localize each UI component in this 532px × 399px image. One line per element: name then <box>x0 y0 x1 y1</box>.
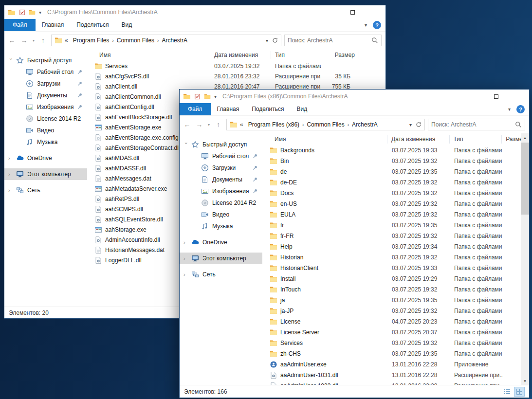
tab-share[interactable]: Поделиться <box>245 103 290 115</box>
sidebar-item[interactable]: ›Этот компьютер <box>4 168 87 180</box>
breadcrumb-item[interactable]: Common Files <box>115 37 156 44</box>
column-header-size[interactable]: Размер <box>321 51 359 59</box>
expand-chevron-icon[interactable]: › <box>183 256 188 261</box>
breadcrumb-item[interactable]: ArchestrA <box>160 37 189 44</box>
address-chevron-icon[interactable]: ▾ <box>409 122 412 127</box>
sidebar-item[interactable]: Загрузки <box>180 162 262 174</box>
sidebar-item[interactable]: Загрузки <box>4 78 87 90</box>
breadcrumb-overflow[interactable]: « <box>240 121 243 128</box>
file-row[interactable]: Backgrounds03.07.2025 19:33Папка с файла… <box>262 145 529 156</box>
sidebar-item[interactable]: Музыка <box>4 136 87 148</box>
sidebar-item[interactable]: ›Этот компьютер <box>180 253 262 264</box>
file-row[interactable]: Help03.07.2025 19:34Папка с файлами <box>262 241 529 252</box>
sidebar-item[interactable]: ›Быстрый доступ <box>180 139 262 150</box>
titlebar[interactable]: ▾ C:\Program Files (x86)\Common Files\Ar… <box>180 90 529 103</box>
thumbnails-view-icon[interactable] <box>514 387 525 397</box>
maximize-button[interactable] <box>342 5 364 19</box>
scroll-up-icon[interactable]: ▴ <box>521 133 529 142</box>
tab-home[interactable]: Главная <box>36 19 71 31</box>
sidebar-item[interactable]: Видео <box>180 209 262 220</box>
search-box[interactable] <box>428 119 525 130</box>
up-arrow-icon[interactable]: ↑ <box>37 36 49 44</box>
back-arrow-icon[interactable]: ← <box>181 121 193 128</box>
column-header-date[interactable]: Дата изменения <box>387 135 450 144</box>
file-row[interactable]: fr-FR03.07.2025 19:32Папка с файлами <box>262 231 529 241</box>
new-folder-icon[interactable] <box>29 9 36 16</box>
sidebar-item[interactable]: License 2014 R2 <box>4 113 87 125</box>
qat-chevron-icon[interactable]: ▾ <box>39 10 41 15</box>
refresh-icon[interactable] <box>272 37 278 43</box>
search-box[interactable] <box>284 35 382 46</box>
file-row[interactable]: de03.07.2025 19:35Папка с файлами <box>262 166 529 177</box>
sidebar-item[interactable]: Документы <box>4 90 87 101</box>
breadcrumb-item[interactable]: Common Files <box>305 121 346 128</box>
file-row[interactable]: HistorianClient03.07.2025 19:33Папка с ф… <box>262 263 529 273</box>
properties-icon[interactable] <box>194 93 201 100</box>
expand-chevron-icon[interactable]: › <box>183 240 188 245</box>
file-row[interactable]: Docs03.07.2025 19:32Папка с файлами <box>262 188 529 199</box>
help-icon[interactable]: ? <box>516 105 525 113</box>
file-row[interactable]: Services03.07.2025 19:32Папка с файлами <box>262 338 529 348</box>
file-row[interactable]: aaAdminUser-1033.dll13.01.2016 22:28Расш… <box>262 381 529 385</box>
tab-view[interactable]: Вид <box>115 19 138 31</box>
sidebar-item[interactable]: License 2014 R2 <box>180 197 262 209</box>
sidebar-item[interactable]: ›Быстрый доступ <box>4 54 87 66</box>
address-chevron-icon[interactable]: ▾ <box>266 38 268 43</box>
ribbon-expand-icon[interactable]: ▾ <box>365 22 367 28</box>
vertical-scrollbar[interactable]: ▴ ▾ <box>521 133 529 385</box>
scrollbar-thumb[interactable] <box>521 143 529 215</box>
new-folder-icon[interactable] <box>204 93 211 100</box>
file-row[interactable]: License Server03.07.2025 20:37Папка с фа… <box>262 327 529 338</box>
address-bar[interactable]: « Program Files (x86) › Common Files › A… <box>226 119 425 130</box>
tab-share[interactable]: Поделиться <box>70 19 115 31</box>
search-input[interactable] <box>288 37 371 44</box>
tab-view[interactable]: Вид <box>290 103 313 115</box>
file-row[interactable]: ja03.07.2025 19:35Папка с файлами <box>262 295 529 306</box>
file-row[interactable]: InTouch03.07.2025 19:32Папка с файлами <box>262 284 529 295</box>
sidebar-item[interactable]: ›OneDrive <box>180 236 262 248</box>
sidebar-item[interactable]: Изображения <box>180 185 262 197</box>
file-row[interactable]: en-US03.07.2025 19:32Папка с файлами <box>262 199 529 209</box>
file-row[interactable]: ja-JP03.07.2025 19:32Папка с файлами <box>262 306 529 316</box>
tab-file[interactable]: Файл <box>180 103 211 115</box>
expand-chevron-icon[interactable]: › <box>8 188 13 193</box>
sidebar-item[interactable]: Изображения <box>4 101 87 113</box>
column-header-name[interactable]: Имя <box>87 51 210 59</box>
expand-chevron-icon[interactable]: › <box>8 172 13 177</box>
minimize-button[interactable] <box>320 5 342 19</box>
sidebar-item[interactable]: Рабочий стол <box>4 66 87 78</box>
scroll-down-icon[interactable]: ▾ <box>521 377 529 385</box>
file-row[interactable]: Historian03.07.2025 19:32Папка с файлами <box>262 252 529 263</box>
file-row[interactable]: Services03.07.2025 19:32Папка с файлами <box>87 61 385 71</box>
back-arrow-icon[interactable]: ← <box>6 36 18 44</box>
file-row[interactable]: Install03.07.2025 19:29Папка с файлами <box>262 273 529 284</box>
explorer-window-front[interactable]: ▾ C:\Program Files (x86)\Common Files\Ar… <box>179 89 530 398</box>
file-row[interactable]: EULA03.07.2025 19:32Папка с файлами <box>262 209 529 220</box>
titlebar[interactable]: ▾ C:\Program Files\Common Files\Archestr… <box>4 5 385 19</box>
close-button[interactable] <box>507 90 529 103</box>
file-row[interactable]: Bin03.07.2025 19:32Папка с файлами <box>262 156 529 166</box>
help-icon[interactable]: ? <box>373 21 381 29</box>
qat-chevron-icon[interactable]: ▾ <box>214 94 217 99</box>
file-row[interactable]: aaAdminUser.exe13.01.2016 22:28Приложени… <box>262 359 529 370</box>
expand-chevron-icon[interactable]: › <box>183 272 188 277</box>
address-bar[interactable]: « Program Files › Common Files › Archest… <box>51 35 281 46</box>
recent-chevron-icon[interactable]: ▾ <box>205 123 212 127</box>
sidebar-item[interactable]: Документы <box>180 174 262 185</box>
column-header-date[interactable]: Дата изменения <box>210 51 271 59</box>
up-arrow-icon[interactable]: ↑ <box>212 121 224 128</box>
file-row[interactable]: aahCfgSvcPS.dll28.01.2016 23:32Расширени… <box>87 71 385 81</box>
breadcrumb-overflow[interactable]: « <box>65 37 68 44</box>
properties-icon[interactable] <box>19 9 25 16</box>
expand-chevron-icon[interactable]: › <box>8 58 14 63</box>
close-button[interactable] <box>364 5 385 19</box>
forward-arrow-icon[interactable]: → <box>18 36 30 44</box>
sidebar-item[interactable]: ›Сеть <box>4 184 87 196</box>
search-input[interactable] <box>431 121 515 128</box>
sidebar-item[interactable]: ›Сеть <box>180 269 262 280</box>
recent-chevron-icon[interactable]: ▾ <box>30 38 37 43</box>
column-header-type[interactable]: Тип <box>450 135 502 144</box>
minimize-button[interactable] <box>463 90 485 103</box>
file-row[interactable]: zh-CHS03.07.2025 19:35Папка с файлами <box>262 348 529 359</box>
column-header-name[interactable]: Имя <box>262 135 387 144</box>
